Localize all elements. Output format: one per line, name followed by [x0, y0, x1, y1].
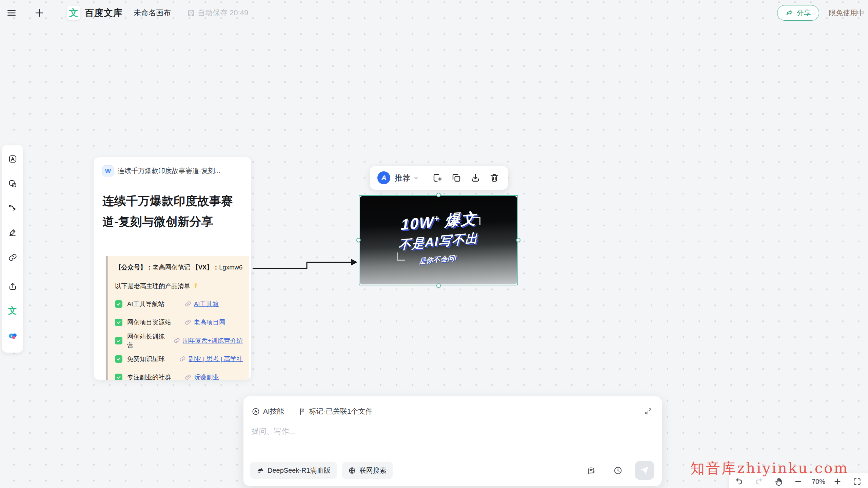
checklist-link[interactable]: 玩赚副业	[194, 373, 219, 380]
linked-file-title[interactable]: 连续千万爆款印度故事赛道-复刻...	[118, 166, 240, 175]
pointing-down-icon	[192, 283, 199, 289]
wenku-logo-icon: 文	[66, 6, 81, 20]
top-bar: 文 百度文库 未命名画布 自动保存 20:49 分享 限免使用中	[0, 0, 868, 26]
send-plane-icon	[640, 466, 649, 475]
resize-handle-right[interactable]	[516, 238, 520, 242]
checked-checkbox-icon[interactable]	[115, 337, 122, 344]
mark-linked-files-button[interactable]: 标记·已关联1个文件	[298, 407, 373, 416]
intro-label-vx: 【VX】：	[192, 264, 219, 271]
wenku-doc-tool-icon[interactable]: 文	[5, 303, 20, 318]
zoom-in-icon[interactable]	[830, 474, 845, 488]
checklist-row: AI工具导航站 AI工具箱	[115, 299, 243, 308]
app-logo[interactable]: 文 百度文库	[66, 6, 123, 20]
checklist-row: 专注副业的社群 玩赚副业	[115, 373, 243, 380]
canvas-title[interactable]: 未命名画布	[134, 8, 171, 18]
ai-footer-actions	[572, 461, 654, 480]
share-button[interactable]: 分享	[777, 5, 819, 21]
intro-line: 【公众号】：老高网创笔记 【VX】：Lgxmw666、Lg	[115, 263, 243, 271]
checked-checkbox-icon[interactable]	[115, 355, 122, 363]
flag-icon	[298, 408, 306, 415]
checklist-label: 网创项目资源站	[127, 318, 181, 326]
new-canvas-button[interactable]	[32, 5, 47, 20]
undo-icon[interactable]	[732, 474, 747, 488]
model-pill-label: DeepSeek-R1满血版	[268, 466, 331, 475]
selection-outline	[359, 195, 518, 285]
checklist-link[interactable]: 周年复盘+训练营介绍	[183, 336, 243, 345]
autosave-label: 自动保存 20:49	[198, 8, 248, 18]
send-button[interactable]	[635, 461, 654, 480]
list-intro-line: 以下是老高主理的产品清单	[115, 282, 243, 290]
list-intro-text: 以下是老高主理的产品清单	[115, 282, 190, 290]
web-search-pill[interactable]: 联网搜索	[342, 462, 393, 479]
prompt-input[interactable]	[252, 427, 625, 436]
checked-checkbox-icon[interactable]	[115, 374, 122, 380]
resize-handle-bottom[interactable]	[436, 283, 441, 288]
toolbar-divider	[426, 173, 426, 183]
checklist-link[interactable]: 老高项目网	[194, 318, 225, 326]
resize-handle-left[interactable]	[356, 238, 361, 242]
deepseek-whale-icon	[256, 467, 264, 474]
zoom-level[interactable]: 70%	[812, 478, 825, 486]
model-pill-deepseek[interactable]: DeepSeek-R1满血版	[250, 462, 337, 479]
link-tool-icon[interactable]	[5, 250, 20, 265]
checklist-link[interactable]: AI工具箱	[194, 300, 219, 308]
checked-checkbox-icon[interactable]	[115, 319, 122, 326]
download-icon[interactable]	[468, 170, 483, 186]
toolbar-divider	[7, 272, 18, 272]
chain-link-icon	[179, 356, 186, 362]
copy-icon[interactable]	[449, 170, 464, 186]
checklist-label: 免费知识星球	[127, 355, 176, 363]
intro-value-gzh: 老高网创笔记	[153, 264, 192, 271]
intro-value-vx: Lgxmw666、Lg	[219, 264, 243, 271]
chevron-down-icon[interactable]	[413, 175, 419, 181]
checklist-row: 网创项目资源站 老高项目网	[115, 318, 243, 327]
checklist-link[interactable]: 副业 | 思考 | 高学社	[189, 355, 243, 363]
share-icon	[786, 9, 794, 17]
top-bar-right: 分享 限免使用中	[777, 0, 868, 26]
document-card[interactable]: W 连续千万爆款印度故事赛道-复刻... 连续千万爆款印度故事赛道-复刻与微创新…	[93, 157, 252, 380]
pen-tool-icon[interactable]	[5, 225, 20, 240]
canvas-zoom-toolbar: 70%	[729, 473, 868, 488]
ai-model-icon[interactable]: A	[377, 171, 390, 184]
expand-panel-icon[interactable]	[644, 407, 652, 415]
autosave-icon	[187, 9, 195, 17]
resize-handle-top[interactable]	[436, 193, 441, 197]
web-search-label: 联网搜索	[359, 466, 387, 475]
ai-skills-label: AI技能	[263, 407, 284, 416]
ai-skills-button[interactable]: AI技能	[252, 407, 284, 416]
chain-link-icon	[185, 319, 191, 325]
redo-icon[interactable]	[751, 474, 766, 488]
shape-tool-icon[interactable]	[5, 176, 20, 191]
export-tool-icon[interactable]	[5, 279, 20, 294]
ai-input-panel: AI技能 标记·已关联1个文件 DeepSeek-R1满血版 联网搜索	[243, 396, 662, 486]
ai-panel-footer: DeepSeek-R1满血版 联网搜索	[250, 461, 654, 480]
menu-icon[interactable]	[4, 5, 19, 20]
autosave-status: 自动保存 20:49	[187, 8, 248, 18]
delete-icon[interactable]	[487, 170, 502, 186]
new-chat-icon[interactable]	[584, 463, 599, 478]
document-quote-block: 【公众号】：老高网创笔记 【VX】：Lgxmw666、Lg 以下是老高主理的产品…	[106, 256, 249, 380]
hand-tool-icon[interactable]	[771, 474, 786, 488]
word-doc-icon: W	[102, 165, 114, 176]
text-tool-icon[interactable]	[5, 152, 20, 166]
connector-tool-icon[interactable]	[5, 201, 20, 215]
globe-icon	[348, 467, 356, 474]
generated-image-card[interactable]: 10W+ 爆文 不是AI写不出 是你不会问!	[359, 195, 518, 285]
plan-badge[interactable]: 限免使用中	[829, 8, 868, 18]
checklist-label: AI工具导航站	[127, 300, 181, 308]
netdisk-tool-icon[interactable]	[5, 328, 20, 343]
checklist-row: 网创站长训练营 周年复盘+训练营介绍	[115, 336, 243, 345]
insert-frame-icon[interactable]	[430, 170, 445, 186]
zoom-out-icon[interactable]	[791, 474, 806, 488]
left-toolbar: 文	[2, 145, 23, 353]
ai-skill-icon	[252, 407, 260, 416]
chain-link-icon	[185, 301, 191, 307]
fit-screen-icon[interactable]	[850, 474, 865, 488]
wenku-doc-char: 文	[8, 305, 17, 317]
history-icon[interactable]	[610, 463, 625, 478]
model-select-label[interactable]: 推荐	[395, 173, 410, 183]
share-label: 分享	[797, 8, 811, 18]
checklist-row: 免费知识星球 副业 | 思考 | 高学社	[115, 354, 243, 363]
mark-linked-files-label: 标记·已关联1个文件	[309, 407, 373, 416]
checked-checkbox-icon[interactable]	[115, 300, 122, 308]
